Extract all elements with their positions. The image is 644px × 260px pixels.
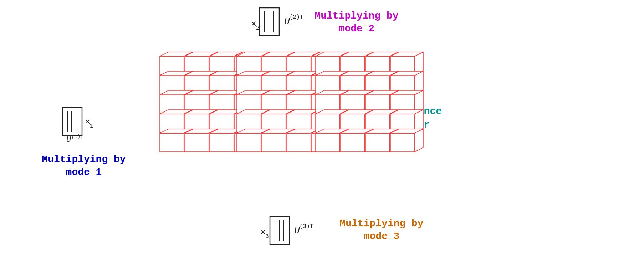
u2t-superscript: (2)T [290, 14, 303, 20]
times-mode3-sub: 3 [265, 233, 269, 240]
matrix-symbol-mode3-border [270, 217, 290, 244]
diagram-svg: Covariance Tensor × 2 U (2)T Multiplying… [0, 0, 644, 260]
svg-rect-51 [185, 133, 209, 152]
mode3-label-line2: mode 3 [364, 231, 400, 242]
svg-rect-48 [160, 133, 184, 152]
times-mode1-sub: 1 [90, 123, 93, 129]
mode1-label-line2: mode 1 [66, 167, 102, 178]
svg-rect-114 [287, 133, 311, 152]
mode3-label-line1: Multiplying by [339, 218, 423, 229]
u3t-label: U [294, 225, 300, 236]
tensor-blocks [160, 52, 423, 152]
times-mode2-sub: 2 [256, 25, 260, 31]
matrix-symbol-mode2-border [260, 8, 279, 36]
svg-rect-168 [316, 133, 340, 152]
u1t-label: U [66, 135, 71, 144]
svg-rect-174 [366, 133, 390, 152]
svg-marker-179 [415, 129, 423, 152]
u2t-label: U [284, 16, 290, 27]
mode2-label-line2: mode 2 [339, 23, 375, 34]
main-canvas: Covariance Tensor × 2 U (2)T Multiplying… [0, 0, 644, 260]
svg-rect-177 [390, 133, 415, 152]
u3t-superscript: (3)T [300, 223, 313, 230]
svg-rect-108 [237, 133, 261, 152]
svg-rect-54 [210, 133, 234, 152]
mode1-label-line1: Multiplying by [42, 154, 126, 165]
matrix-symbol-mode1-border [62, 108, 82, 135]
mode2-label-line1: Multiplying by [315, 10, 398, 21]
svg-rect-171 [341, 133, 365, 152]
svg-rect-111 [262, 133, 286, 152]
u1t-superscript: (1)T [71, 134, 83, 140]
